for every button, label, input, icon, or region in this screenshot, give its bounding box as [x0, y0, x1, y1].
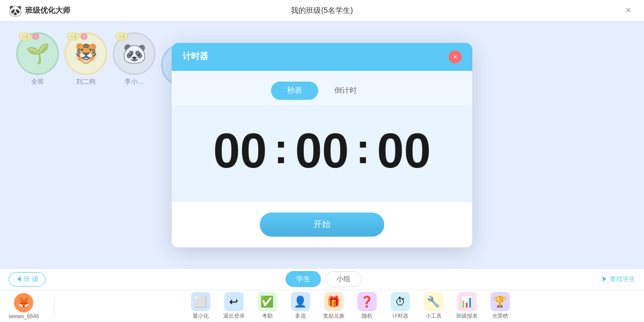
tool-icon-5: ❓: [357, 292, 377, 311]
timer-header: 计时器 ×: [172, 43, 472, 71]
app-name: 班级优化大师: [25, 6, 70, 16]
timer-footer: 开始: [172, 202, 472, 247]
nav-tabs: 学生 小组: [286, 271, 362, 287]
timer-colon-2: :: [356, 127, 370, 174]
tool-item-奖励兑换[interactable]: 🎁奖励兑换: [320, 292, 347, 320]
tool-item-多选[interactable]: 👤多选: [287, 292, 314, 320]
tool-icon-1: ↩: [224, 292, 244, 311]
modal-overlay: 计时器 × 秒表 倒计时 00 : 00 : 00 开始: [0, 21, 644, 268]
bottom-nav-row: ◀ 班 级 学生 小组 ▶ 查找学生: [0, 269, 644, 290]
tab-countdown[interactable]: 倒计时: [318, 82, 373, 100]
tool-label-0: 最小化: [193, 312, 209, 320]
logo-icon: 🐼: [9, 4, 22, 17]
toolbar-separator-1: [54, 295, 55, 317]
tool-icon-8: 📊: [457, 292, 477, 311]
tab-group[interactable]: 小组: [325, 271, 362, 287]
toolbar-row: 🦊 seewo_6646 ⬜最小化↩退出登录✅考勤👤多选🎁奖励兑换❓随机⏱计时器…: [0, 290, 644, 322]
timer-start-button[interactable]: 开始: [260, 213, 384, 237]
tool-item-随机[interactable]: ❓随机: [354, 292, 380, 320]
tool-label-1: 退出登录: [223, 312, 245, 320]
find-student-button[interactable]: ▶ 查找学生: [602, 275, 635, 284]
tool-label-6: 计时器: [392, 312, 408, 320]
tab-stopwatch[interactable]: 秒表: [271, 82, 318, 100]
main-area: ☆51🌱全班☆10🐯刘二狗☆2🐼李小…👶🐸👼+ 计时器 × 秒表 倒计时 00 …: [0, 21, 644, 268]
tool-label-5: 随机: [362, 312, 372, 320]
tool-icon-7: 🔧: [424, 292, 443, 311]
timer-hours: 00: [210, 127, 269, 175]
timer-modal: 计时器 × 秒表 倒计时 00 : 00 : 00 开始: [172, 43, 472, 247]
tool-item-班级报表[interactable]: 📊班级报表: [453, 292, 480, 320]
tool-item-光荣榜[interactable]: 🏆光荣榜: [487, 292, 514, 320]
tool-label-9: 光荣榜: [492, 312, 508, 320]
timer-seconds: 00: [375, 127, 434, 175]
tab-student[interactable]: 学生: [286, 271, 321, 287]
timer-display-area: 00 : 00 : 00: [172, 105, 472, 202]
tool-label-2: 考勤: [262, 312, 273, 320]
tools-container: ⬜最小化↩退出登录✅考勤👤多选🎁奖励兑换❓随机⏱计时器🔧小工具📊班级报表🏆光荣榜: [65, 292, 635, 320]
user-avatar: 🦊: [14, 293, 33, 312]
tool-item-计时器[interactable]: ⏱计时器: [387, 292, 414, 320]
tool-icon-4: 🎁: [324, 292, 343, 311]
user-section: 🦊 seewo_6646: [9, 293, 39, 319]
tool-icon-6: ⏱: [391, 292, 410, 311]
tool-icon-0: ⬜: [191, 292, 210, 311]
tool-label-7: 小工具: [426, 312, 442, 320]
title-bar: 🐼 班级优化大师 我的班级(5名学生) ×: [0, 0, 644, 21]
tool-label-3: 多选: [295, 312, 306, 320]
timer-close-button[interactable]: ×: [449, 50, 462, 63]
tool-item-小工具[interactable]: 🔧小工具: [420, 292, 447, 320]
timer-tabs: 秒表 倒计时: [172, 71, 472, 105]
window-title: 我的班级(5名学生): [291, 6, 353, 16]
user-name: seewo_6646: [9, 313, 39, 319]
window-close-button[interactable]: ×: [621, 3, 635, 18]
tool-item-考勤[interactable]: ✅考勤: [254, 292, 281, 320]
app-logo: 🐼 班级优化大师: [9, 4, 70, 17]
bottom-bar: ◀ 班 级 学生 小组 ▶ 查找学生 🦊 seewo_6646 ⬜最小化↩退出登…: [0, 268, 644, 322]
tool-icon-2: ✅: [258, 292, 277, 311]
timer-minutes: 00: [292, 127, 352, 175]
class-nav-button[interactable]: ◀ 班 级: [9, 272, 46, 287]
tool-icon-3: 👤: [291, 292, 310, 311]
tool-item-最小化[interactable]: ⬜最小化: [187, 292, 214, 320]
timer-modal-title: 计时器: [182, 51, 208, 62]
tool-label-8: 班级报表: [456, 312, 478, 320]
timer-colon-1: :: [274, 127, 288, 174]
tool-icon-9: 🏆: [491, 292, 510, 311]
tool-label-4: 奖励兑换: [323, 312, 345, 320]
tool-item-退出登录[interactable]: ↩退出登录: [221, 292, 247, 320]
